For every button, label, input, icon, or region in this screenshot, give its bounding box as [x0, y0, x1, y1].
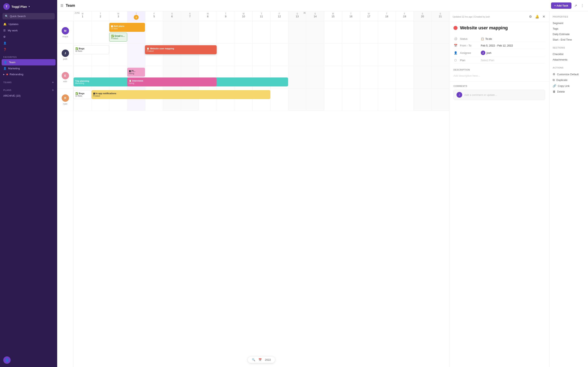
lane-cell-maya-15 [324, 21, 342, 43]
app-title: Toggl Plan [11, 5, 27, 8]
description-area[interactable]: Add description here... [449, 73, 549, 81]
task-bar-in-app-notifications[interactable]: ▦ In app notificationsProduct [91, 90, 270, 99]
zoom-bar[interactable]: 🔍 📅 2022 [248, 357, 275, 363]
customize-icon[interactable]: ⚙ [528, 14, 533, 19]
sidebar-action-delete[interactable]: 🗑Delete [553, 89, 585, 94]
date-cell-20: S20 [414, 11, 432, 21]
more-options-button[interactable]: ⋮ [580, 3, 585, 8]
user-row-erin: Eerin [57, 66, 73, 89]
comment-input-row[interactable]: J Add a comment or update... [453, 90, 545, 100]
task-bar-add-plans[interactable]: ▦ Add plansUI fixes [109, 23, 145, 32]
share-button[interactable]: ↗ [573, 3, 578, 8]
list-icon: ☰ [3, 29, 6, 32]
sidebar-section-attachments[interactable]: Attachments [553, 57, 585, 62]
lane-cell-erin-13 [288, 66, 306, 88]
close-icon[interactable]: ✕ [542, 14, 546, 19]
nav-item-help[interactable]: ❓ [0, 46, 57, 53]
user-avatar-maya: M [62, 27, 69, 34]
add-plan-button[interactable]: + [52, 88, 54, 92]
sidebar-item-team[interactable]: 👤 Team [2, 59, 56, 66]
nav-item-mywork[interactable]: ☰ My work [0, 27, 57, 34]
task-bar-plans-erin[interactable]: ▦ Pl...Hiring [127, 68, 145, 77]
lane-cell-josh-16 [342, 44, 360, 66]
sidebar-action-copy-link[interactable]: 🔗Copy Link [553, 83, 585, 89]
nav-item-settings[interactable]: ⚙ [0, 34, 57, 40]
year-label: 2022 [265, 358, 271, 361]
task-bar-email-notice[interactable]: ✅ Email noticeProduct [109, 33, 127, 42]
task-bar-interviews[interactable]: 📋 InterviewsHiring [127, 77, 217, 86]
lane-cell-maya-14 [306, 21, 324, 43]
favorites-section-label: FAVORITES [0, 53, 57, 59]
commenter-avatar: J [457, 92, 462, 98]
lane-cell-josh-3 [109, 44, 127, 66]
person-icon: 👤 [3, 67, 7, 70]
lane-cell-ryan-12 [270, 89, 288, 111]
detail-header: Updated 12 hrs ago | Created by josh ⚙ 🔔… [449, 11, 549, 22]
add-task-button[interactable]: + Add Task [551, 2, 571, 9]
date-cell-17: W17 [360, 11, 378, 21]
sidebar-properties-list: SegmentTagsDaily EstimateStart - End Tim… [553, 20, 585, 42]
status-dot-red [6, 74, 8, 75]
sidebar-prop-segment[interactable]: Segment [553, 20, 585, 26]
calendar-icon: 📅 [259, 358, 262, 361]
date-cell-9: T9 [217, 11, 234, 21]
lane-cell-maya-21 [432, 21, 449, 43]
action-label-duplicate: Duplicate [556, 78, 567, 82]
lane-cell-josh-12 [270, 44, 288, 66]
lane-cell-maya-8 [199, 21, 217, 43]
detail-task-title[interactable]: Website user mapping [460, 25, 508, 31]
task-tag-plans-erin: Hiring [129, 72, 144, 75]
task-name-website-user-mapping: 📋 Website user mapping [147, 47, 215, 50]
date-cell-4: T4 [127, 11, 145, 21]
task-tag-bugs-josh: UI fixes [75, 50, 107, 52]
sidebar-item-archive[interactable]: ARCHIVE (10) [0, 93, 57, 99]
nav-item-updates[interactable]: 🔔 Updates [0, 21, 57, 27]
sidebar-action-duplicate[interactable]: ⧉Duplicate [553, 77, 585, 83]
sidebar-prop-daily-estimate[interactable]: Daily Estimate [553, 31, 585, 37]
lane-erin: ▦ Pl...HiringTrip planningMarketing📋 Int… [73, 66, 449, 89]
detail-panel: Updated 12 hrs ago | Created by josh ⚙ 🔔… [449, 11, 549, 367]
user-row-maya: Mmaya [57, 21, 73, 44]
task-bar-bugs-josh[interactable]: ✅ BugsUI fixes [73, 45, 109, 54]
bell-icon[interactable]: 🔔 [534, 14, 540, 19]
sidebar-item-rebranding[interactable]: ▸ Rebranding [0, 71, 57, 77]
lane-cell-maya-18 [378, 21, 396, 43]
add-team-button[interactable]: + [52, 81, 54, 84]
sidebar-section-checklist[interactable]: Checklist [553, 51, 585, 57]
date-cell-6: S6 [163, 11, 181, 21]
date-cell-21: S21 [432, 11, 449, 21]
task-bar-website-user-mapping[interactable]: 📋 Website user mappingProduct [145, 45, 216, 54]
chevron-down-icon[interactable]: ▾ [29, 5, 30, 8]
sidebar-item-marketing[interactable]: 👤 Marketing [0, 66, 57, 71]
assignee-value[interactable]: J josh [481, 50, 492, 55]
action-icon-delete: 🗑 [553, 90, 555, 93]
status-value[interactable]: 📋 To-do [481, 37, 492, 40]
lane-cell-maya-13 [288, 21, 306, 43]
sidebar-action-customize-default[interactable]: ⚙Customize Default [553, 71, 585, 77]
lane-josh: ✅ BugsUI fixes📋 Website user mappingProd… [73, 44, 449, 66]
teams-section-label: TEAMS + [0, 77, 57, 85]
lane-cell-ryan-13 [288, 89, 306, 111]
calendar-body: MmayaJjoshEerinRryan ▦ Add plansUI fixes… [57, 21, 449, 367]
date-cell-13: 36S13 [288, 11, 306, 21]
quick-search-bar[interactable]: 🔍 Quick Search [2, 13, 55, 19]
menu-icon[interactable]: ☰ [61, 4, 63, 8]
date-value[interactable]: Feb 5, 2022 - Feb 12, 2022 [481, 44, 513, 47]
task-name-add-plans: ▦ Add plans [111, 25, 143, 27]
user-avatar-erin: E [62, 72, 69, 79]
task-bar-bugs-ryan[interactable]: ✅ BugsUI fixes [73, 90, 91, 99]
sidebar-prop-start---end-time[interactable]: Start - End Time [553, 37, 585, 42]
sidebar-prop-tags[interactable]: Tags [553, 26, 585, 31]
user-avatar-button[interactable]: 👤 [3, 356, 11, 364]
date-cell-7: S7 [181, 11, 199, 21]
user-name-ryan: ryan [63, 103, 67, 105]
lane-cell-ryan-19 [396, 89, 414, 111]
plan-value[interactable]: Select Plan [481, 59, 494, 62]
action-icon-duplicate: ⧉ [553, 78, 555, 82]
nav-item-people[interactable]: 👤 [0, 40, 57, 46]
lane-cell-ryan-21 [432, 89, 449, 111]
task-tag-bugs-ryan: UI fixes [75, 95, 90, 97]
task-tag-email-notice: Product [111, 37, 125, 40]
lane-cell-maya-10 [234, 21, 252, 43]
person-icon: 👤 [453, 51, 458, 54]
